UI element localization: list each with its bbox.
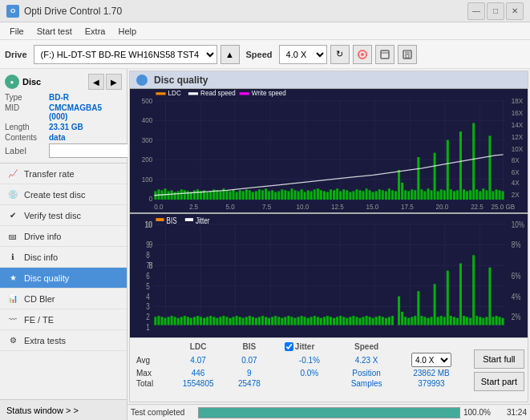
svg-text:4X: 4X — [512, 179, 520, 187]
svg-rect-273 — [385, 318, 387, 325]
window-controls: — □ ✕ — [467, 2, 524, 20]
disc-quality-icon: ★ — [6, 272, 19, 285]
svg-rect-155 — [492, 191, 494, 200]
svg-rect-154 — [488, 135, 491, 200]
svg-rect-276 — [398, 297, 400, 325]
svg-rect-102 — [320, 190, 322, 200]
svg-rect-149 — [472, 123, 475, 200]
svg-rect-109 — [342, 189, 345, 200]
svg-rect-159 — [156, 92, 165, 95]
svg-rect-130 — [411, 189, 413, 200]
svg-rect-222 — [219, 317, 221, 325]
svg-rect-253 — [320, 318, 322, 325]
app-title: Opti Drive Control 1.70 — [24, 6, 467, 17]
svg-text:20.0: 20.0 — [436, 203, 449, 211]
svg-rect-246 — [297, 317, 300, 325]
nav-create-test-disc[interactable]: 💿 Create test disc — [0, 184, 127, 205]
status-window-toggle[interactable]: Status window > > — [0, 399, 127, 420]
burn-button[interactable] — [353, 45, 372, 64]
ldc-chart: 500 400 300 200 100 0 18X 16X 14X 12X 10… — [130, 89, 528, 214]
minimize-button[interactable]: — — [467, 2, 485, 20]
nav-fe-te[interactable]: 〰 FE / TE — [0, 309, 127, 330]
svg-rect-6 — [406, 55, 409, 58]
nav-cd-bler[interactable]: 📊 CD Bler — [0, 289, 127, 309]
settings-button[interactable] — [375, 45, 394, 64]
svg-rect-284 — [423, 317, 426, 325]
max-jitter: 0.0% — [281, 368, 338, 378]
save-button[interactable] — [398, 45, 417, 64]
svg-rect-163 — [240, 92, 249, 95]
svg-text:Jitter: Jitter — [196, 216, 210, 225]
svg-rect-82 — [255, 191, 257, 200]
avg-label: Avg — [133, 352, 169, 368]
speed-select-stats[interactable]: 4.0 X — [411, 353, 451, 367]
menu-start-test[interactable]: Start test — [30, 25, 79, 38]
menu-extra[interactable]: Extra — [79, 25, 112, 38]
speed-select[interactable]: 4.0 X — [279, 45, 327, 64]
svg-rect-308 — [502, 318, 504, 325]
svg-rect-84 — [261, 190, 264, 200]
svg-rect-278 — [404, 317, 407, 325]
svg-rect-125 — [394, 191, 397, 200]
sidebar: ● Disc ◀ ▶ Type BD-R MID CMCMAGBA5 (000)… — [0, 69, 127, 420]
svg-rect-158 — [502, 191, 504, 200]
disc-next-button[interactable]: ▶ — [106, 74, 122, 90]
menu-file[interactable]: File — [3, 25, 30, 38]
svg-rect-296 — [463, 316, 465, 325]
progress-percent: 100.0% — [463, 408, 492, 417]
svg-text:5: 5 — [146, 282, 150, 291]
position-val: 23862 MB — [395, 368, 467, 378]
svg-rect-299 — [472, 255, 475, 325]
svg-rect-254 — [323, 317, 326, 325]
svg-rect-100 — [314, 189, 316, 200]
svg-text:17.5: 17.5 — [401, 203, 414, 211]
nav-items: 📈 Transfer rate 💿 Create test disc ✔ Ver… — [0, 164, 127, 399]
speed-val: 4.23 X — [338, 352, 395, 368]
svg-text:0: 0 — [149, 195, 153, 203]
close-button[interactable]: ✕ — [506, 2, 524, 20]
nav-extra-tests[interactable]: ⚙ Extra tests — [0, 330, 127, 351]
menu-help[interactable]: Help — [111, 25, 143, 38]
drive-select[interactable]: (F:) HL-DT-ST BD-RE WH16NS58 TST4 — [34, 45, 217, 64]
nav-disc-quality[interactable]: ★ Disc quality — [0, 268, 127, 289]
refresh-button[interactable]: ↻ — [330, 45, 350, 64]
eject-button[interactable]: ▲ — [220, 45, 240, 64]
svg-rect-219 — [209, 316, 212, 325]
nav-verify-test-disc[interactable]: ✔ Verify test disc — [0, 205, 127, 226]
svg-rect-220 — [212, 317, 215, 325]
svg-rect-230 — [245, 317, 248, 325]
contents-value: data — [49, 133, 66, 142]
nav-disc-info[interactable]: ℹ Disc info — [0, 247, 127, 268]
svg-rect-151 — [479, 191, 481, 200]
svg-rect-306 — [496, 316, 498, 325]
disc-prev-button[interactable]: ◀ — [88, 74, 104, 90]
type-label: Type — [5, 93, 49, 102]
maximize-button[interactable]: □ — [487, 2, 504, 20]
svg-rect-247 — [301, 316, 303, 325]
start-full-button[interactable]: Start full — [474, 349, 524, 369]
svg-rect-248 — [304, 317, 306, 325]
svg-rect-137 — [434, 153, 436, 200]
svg-text:14X: 14X — [512, 121, 524, 129]
max-ldc: 446 — [169, 368, 227, 378]
progress-bar-fill — [199, 408, 459, 418]
length-label: Length — [5, 123, 49, 131]
svg-rect-240 — [277, 317, 280, 325]
svg-rect-104 — [326, 192, 329, 200]
total-ldc: 1554805 — [169, 378, 227, 389]
start-part-button[interactable]: Start part — [474, 372, 524, 391]
svg-rect-205 — [164, 318, 167, 325]
nav-transfer-rate[interactable]: 📈 Transfer rate — [0, 164, 127, 184]
svg-text:4%: 4% — [512, 293, 521, 301]
svg-rect-277 — [401, 312, 403, 325]
svg-text:1: 1 — [146, 323, 150, 332]
svg-rect-231 — [249, 316, 251, 325]
svg-rect-93 — [290, 188, 293, 200]
svg-rect-301 — [479, 317, 481, 325]
jitter-checkbox[interactable] — [285, 342, 293, 351]
svg-rect-118 — [372, 192, 374, 200]
svg-rect-83 — [258, 189, 261, 200]
nav-drive-info[interactable]: 🖴 Drive info — [0, 226, 127, 247]
svg-rect-218 — [206, 317, 208, 325]
svg-text:Read speed: Read speed — [200, 89, 236, 97]
